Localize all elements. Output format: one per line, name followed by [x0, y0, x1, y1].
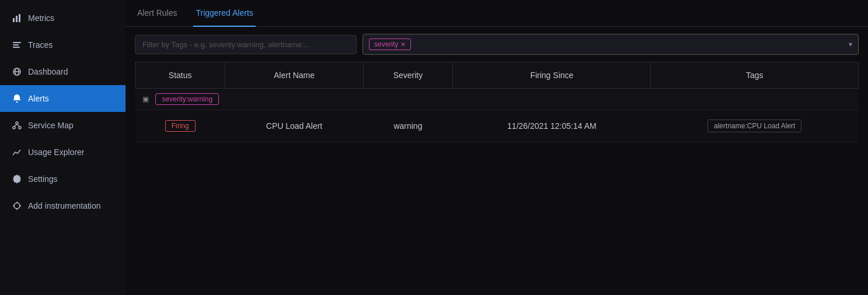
cell-alert-name: CPU Load Alert	[225, 110, 363, 142]
sidebar-item-metrics-label: Metrics	[28, 13, 54, 23]
svg-point-10	[16, 122, 18, 124]
trend-icon	[12, 147, 22, 157]
alerts-table-wrapper: Status Alert Name Severity Firing Since …	[126, 62, 868, 295]
group-row-cell: ▣ severity:warning	[135, 89, 859, 110]
svg-point-15	[14, 203, 20, 209]
filter-dropdown-arrow[interactable]: ▾	[849, 40, 852, 48]
svg-line-13	[14, 124, 17, 127]
svg-point-11	[13, 127, 15, 129]
sidebar-item-add-instrumentation-label: Add instrumentation	[28, 201, 101, 210]
bell-icon	[12, 93, 22, 104]
col-header-severity: Severity	[363, 62, 453, 89]
main-content: Alert Rules Triggered Alerts severity ✕ …	[126, 0, 868, 295]
table-row[interactable]: Firing CPU Load Alert warning 11/26/2021…	[135, 110, 859, 142]
sidebar-item-dashboard[interactable]: Dashboard	[0, 58, 126, 85]
sidebar-item-dashboard-label: Dashboard	[28, 67, 68, 76]
alertname-tag-badge: alertname:CPU Load Alert	[707, 120, 801, 132]
severity-filter-tag[interactable]: severity ✕	[369, 38, 411, 50]
cell-status: Firing	[135, 110, 225, 142]
lines-icon	[12, 40, 22, 50]
col-header-status: Status	[135, 62, 225, 89]
tab-triggered-alerts[interactable]: Triggered Alerts	[193, 0, 255, 27]
sidebar-item-usage-explorer[interactable]: Usage Explorer	[0, 139, 126, 166]
svg-rect-0	[13, 18, 15, 22]
crosshair-icon	[12, 201, 22, 211]
sidebar-item-alerts[interactable]: Alerts	[0, 85, 126, 112]
sidebar-item-metrics[interactable]: Metrics	[0, 5, 126, 31]
table-header-row: Status Alert Name Severity Firing Since …	[135, 62, 859, 89]
severity-filter-tag-label: severity	[374, 40, 398, 48]
cell-firing-since: 11/26/2021 12:05:14 AM	[453, 110, 651, 142]
alerts-table: Status Alert Name Severity Firing Since …	[135, 62, 859, 142]
cell-severity: warning	[363, 110, 453, 142]
svg-line-14	[17, 124, 20, 127]
svg-rect-9	[16, 101, 18, 103]
expand-icon[interactable]: ▣	[142, 95, 149, 103]
svg-rect-5	[13, 47, 20, 48]
sidebar-item-settings[interactable]: Settings	[0, 166, 126, 192]
sidebar: Metrics Traces Dashboard A	[0, 0, 126, 295]
sidebar-item-service-map[interactable]: Service Map	[0, 112, 126, 139]
globe-icon	[12, 66, 22, 77]
col-header-tags: Tags	[651, 62, 859, 89]
sidebar-item-traces[interactable]: Traces	[0, 31, 126, 58]
svg-rect-2	[19, 14, 20, 22]
sidebar-item-traces-label: Traces	[28, 40, 53, 50]
sidebar-item-add-instrumentation[interactable]: Add instrumentation	[0, 192, 126, 219]
tab-alert-rules[interactable]: Alert Rules	[135, 0, 179, 27]
svg-rect-1	[16, 16, 18, 22]
firing-badge: Firing	[165, 120, 196, 132]
svg-rect-3	[13, 42, 21, 43]
filter-bar: severity ✕ ▾	[126, 27, 868, 62]
sidebar-item-alerts-label: Alerts	[28, 94, 49, 103]
sidebar-item-usage-explorer-label: Usage Explorer	[28, 148, 85, 157]
severity-filter-tag-close[interactable]: ✕	[400, 41, 406, 48]
severity-warning-tag[interactable]: severity:warning	[155, 93, 219, 105]
sidebar-item-service-map-label: Service Map	[28, 121, 74, 130]
nodes-icon	[12, 120, 22, 131]
filter-input[interactable]	[135, 35, 357, 54]
col-header-firing-since: Firing Since	[453, 62, 651, 89]
svg-point-12	[19, 127, 21, 129]
bar-chart-icon	[12, 13, 22, 23]
sidebar-item-settings-label: Settings	[28, 174, 58, 184]
filter-tags-container[interactable]: severity ✕ ▾	[362, 34, 859, 55]
group-row-severity-warning: ▣ severity:warning	[135, 89, 859, 110]
gear-icon	[12, 174, 22, 184]
tabs-bar: Alert Rules Triggered Alerts	[126, 0, 868, 27]
svg-rect-4	[13, 44, 19, 45]
col-header-alert-name: Alert Name	[225, 62, 363, 89]
cell-tags: alertname:CPU Load Alert	[651, 110, 859, 142]
